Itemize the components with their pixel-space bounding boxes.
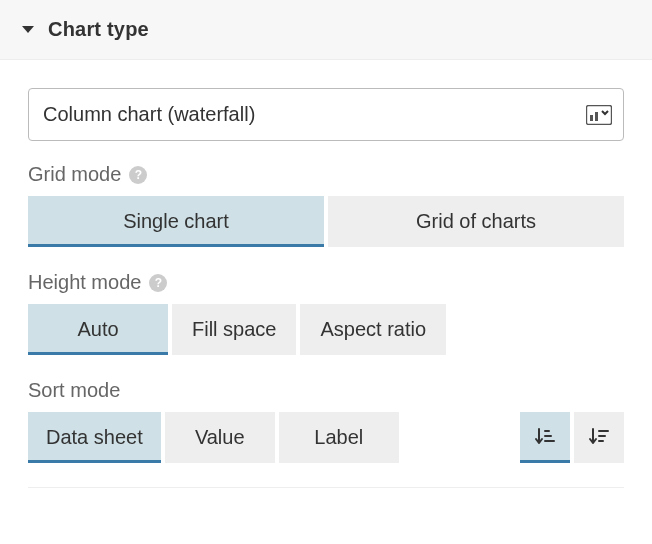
- height-mode-fill[interactable]: Fill space: [172, 304, 296, 355]
- svg-rect-1: [590, 115, 593, 121]
- sort-mode-value[interactable]: Value: [165, 412, 275, 463]
- sort-desc-button[interactable]: [574, 412, 624, 463]
- height-mode-label-row: Height mode ?: [28, 271, 624, 294]
- section-title: Chart type: [48, 18, 149, 41]
- sort-mode-label: Sort mode: [28, 379, 120, 402]
- sort-mode-group: Data sheet Value Label: [28, 412, 624, 463]
- sort-asc-button[interactable]: [520, 412, 570, 463]
- grid-mode-grid[interactable]: Grid of charts: [328, 196, 624, 247]
- svg-rect-2: [595, 112, 598, 121]
- chart-preview-icon: [586, 105, 612, 125]
- height-mode-group: Auto Fill space Aspect ratio: [28, 304, 624, 355]
- height-mode-label: Height mode: [28, 271, 141, 294]
- spacer: [403, 412, 516, 463]
- help-icon[interactable]: ?: [129, 166, 147, 184]
- sort-desc-icon: [588, 426, 610, 449]
- height-mode-aspect[interactable]: Aspect ratio: [300, 304, 446, 355]
- sort-mode-datasheet[interactable]: Data sheet: [28, 412, 161, 463]
- sort-mode-label-btn[interactable]: Label: [279, 412, 399, 463]
- sort-asc-icon: [534, 426, 556, 449]
- chart-type-select-wrap: Column chart (waterfall): [28, 88, 624, 141]
- sort-mode-label-row: Sort mode: [28, 379, 624, 402]
- chart-type-select[interactable]: Column chart (waterfall): [28, 88, 624, 141]
- caret-down-icon: [22, 26, 34, 33]
- help-icon[interactable]: ?: [149, 274, 167, 292]
- grid-mode-group: Single chart Grid of charts: [28, 196, 624, 247]
- grid-mode-single[interactable]: Single chart: [28, 196, 324, 247]
- grid-mode-label: Grid mode: [28, 163, 121, 186]
- grid-mode-label-row: Grid mode ?: [28, 163, 624, 186]
- divider: [28, 487, 624, 488]
- section-header[interactable]: Chart type: [0, 0, 652, 60]
- panel-body: Column chart (waterfall) Grid mode ? Sin…: [0, 60, 652, 508]
- height-mode-auto[interactable]: Auto: [28, 304, 168, 355]
